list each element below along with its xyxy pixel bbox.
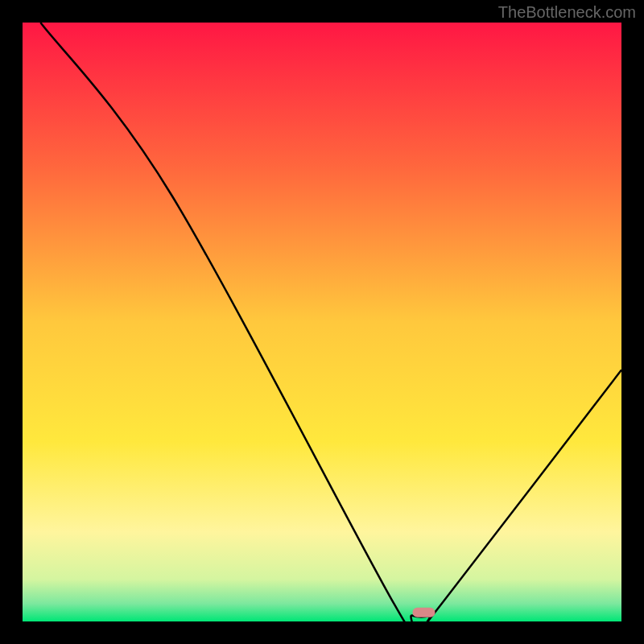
watermark-text: TheBottleneck.com (498, 3, 636, 22)
chart-svg (0, 0, 644, 644)
bottleneck-chart: TheBottleneck.com (0, 0, 644, 644)
svg-rect-1 (23, 23, 621, 621)
optimal-marker (412, 608, 435, 617)
